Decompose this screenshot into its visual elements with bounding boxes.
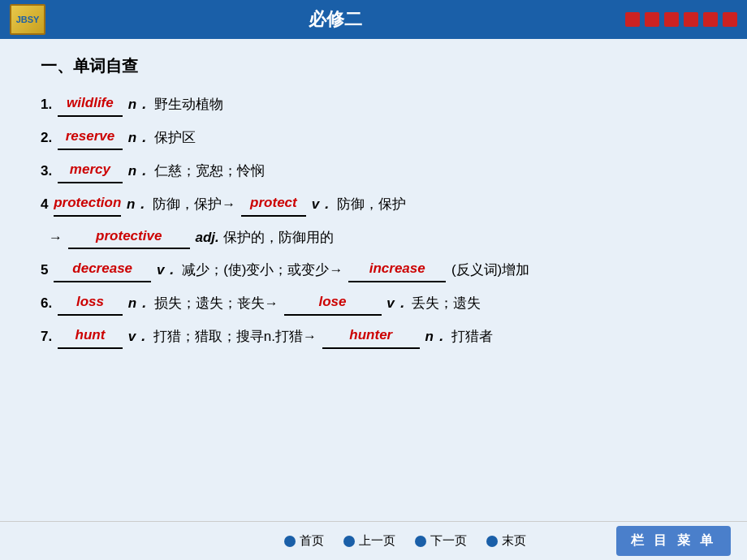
chinese-4a: 防御，保护→ [153,196,235,212]
chinese-6a: 损失；遗失；丧失→ [154,295,279,311]
nav-last[interactable]: 末页 [486,533,526,549]
pos-4b: v． [312,196,333,212]
dot-1 [625,12,640,27]
blank-5b: increase [348,257,446,282]
pos-6a: n． [128,295,150,311]
blank-1: wildlife [58,92,123,117]
num-2: 2. [41,130,52,145]
blank-4c: protective [68,225,190,250]
header: JBSY 必修二 [0,0,747,39]
nav-home[interactable]: 首页 [284,533,324,549]
pos-5a: v． [157,262,178,278]
logo-text: JBSY [16,15,40,24]
chinese-4b: 防御，保护 [337,196,406,212]
blank-4b: protect [241,192,306,217]
chinese-7b: 打猎者 [451,329,493,344]
blank-7a: hunt [58,324,123,349]
prev-dot [343,536,355,547]
vocab-item-5: 5 decrease v． 减少；(使)变小；或变少→ increase (反义… [41,257,715,282]
chinese-6b: 丢失；遗失 [412,295,481,311]
pos-2: n． [128,130,150,145]
num-1: 1. [41,97,52,112]
num-3: 3. [41,163,52,179]
num-7: 7. [41,329,52,344]
logo-box: JBSY [10,4,45,35]
dot-3 [664,12,679,27]
footer: 首页 上一页 下一页 末页 栏 目 菜 单 [0,521,747,560]
chinese-4c: 保护的，防御用的 [223,230,334,245]
vocab-item-6: 6. loss n． 损失；遗失；丧失→ lose v． 丢失；遗失 [41,291,715,316]
dot-4 [684,12,698,27]
chinese-1: 野生动植物 [154,97,223,112]
header-title: 必修二 [45,7,625,32]
vocab-item-7: 7. hunt v． 打猎；猎取；搜寻n.打猎→ hunter n． 打猎者 [41,324,715,349]
nav-prev-label: 上一页 [359,533,395,549]
blank-7b: hunter [322,324,420,349]
next-dot [415,536,426,547]
nav-last-label: 末页 [502,533,526,549]
pos-4c: adj. [195,230,218,245]
nav-prev[interactable]: 上一页 [343,533,395,549]
chinese-5b: (反义词)增加 [451,262,529,278]
vocab-item-4-cont: → protective adj. 保护的，防御用的 [41,225,715,250]
main-container: JBSY 必修二 一、单词自查 1. wildlife n． 野生动植物 2. … [0,0,747,560]
footer-nav: 首页 上一页 下一页 末页 [284,533,526,549]
dot-5 [703,12,718,27]
last-dot [486,536,498,547]
content-area: 一、单词自查 1. wildlife n． 野生动植物 2. reserve n… [0,39,747,526]
pos-6b: v． [386,295,408,311]
blank-3: mercy [58,158,123,183]
pos-7a: v． [128,329,149,344]
pos-1: n． [128,97,150,112]
header-dots [625,12,737,27]
blank-2: reserve [58,125,123,150]
nav-next[interactable]: 下一页 [415,533,467,549]
blank-5a: decrease [54,257,151,282]
pos-4a: n． [127,196,149,212]
chinese-5a: 减少；(使)变小；或变少→ [182,262,343,278]
section-title: 一、单词自查 [41,55,715,77]
chinese-7a: 打猎；猎取；搜寻n.打猎→ [153,329,317,344]
nav-next-label: 下一页 [430,533,467,549]
menu-button[interactable]: 栏 目 菜 单 [616,526,731,556]
num-4: 4 [41,196,48,212]
dot-2 [645,12,659,27]
logo-area: JBSY [10,4,45,35]
blank-6a: loss [58,291,123,316]
blank-4a: protection [54,192,121,217]
vocab-item-2: 2. reserve n． 保护区 [41,125,715,150]
nav-home-label: 首页 [300,533,324,549]
dot-6 [723,12,737,27]
vocab-item-4: 4 protection n． 防御，保护→ protect v． 防御，保护 [41,192,715,217]
chinese-3: 仁慈；宽恕；怜悯 [154,163,265,179]
vocab-item-1: 1. wildlife n． 野生动植物 [41,92,715,117]
num-6: 6. [41,295,52,311]
num-5: 5 [41,262,48,278]
home-dot [284,536,296,547]
pos-3: n． [128,163,150,179]
arrow-4: → [49,230,63,245]
pos-7b: n． [425,329,447,344]
vocab-item-3: 3. mercy n． 仁慈；宽恕；怜悯 [41,158,715,183]
chinese-2: 保护区 [154,130,196,145]
blank-6b: lose [284,291,382,316]
